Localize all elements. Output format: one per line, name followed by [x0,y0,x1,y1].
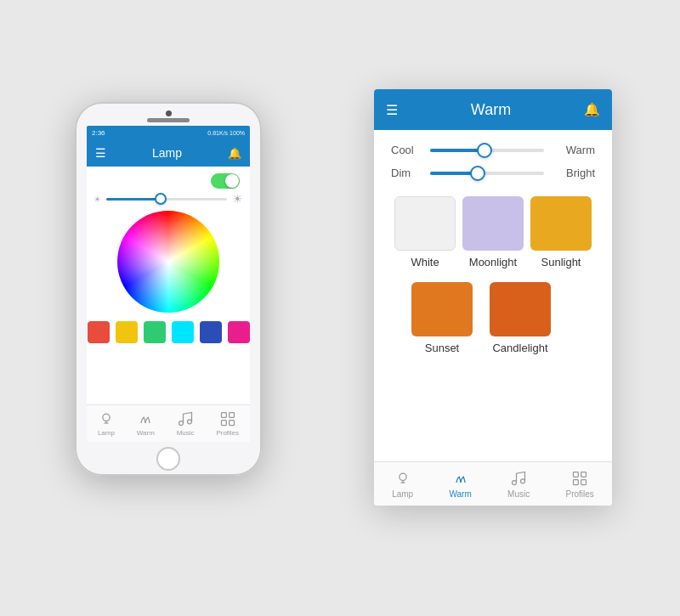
phone-menu-icon[interactable]: ☰ [95,146,106,160]
phone-nav-music-label: Music [177,429,195,437]
sunset-swatch [411,282,473,336]
cool-warm-slider-row: Cool Warm [391,144,595,156]
brightness-low-icon: ☀ [94,195,101,204]
cool-warm-knob[interactable] [477,143,492,158]
candlelight-label: Candlelight [492,342,547,354]
cool-warm-slider[interactable] [430,149,544,152]
cool-label: Cool [391,144,422,156]
status-time: 2:36 [92,129,105,137]
warm-header: ☰ Warm 🔔 [374,89,612,130]
phone-nav-lamp[interactable]: Lamp [98,410,115,437]
svg-point-13 [521,478,525,483]
power-toggle[interactable] [211,173,240,189]
warm-body: Cool Warm Dim Bright White [374,130,612,461]
brightness-knob[interactable] [155,193,167,205]
color-wheel[interactable] [117,211,219,313]
preset-sunlight[interactable]: Sunlight [530,196,592,268]
warm-nav-music-label: Music [507,489,530,499]
moonlight-label: Moonlight [469,256,517,268]
dim-bright-knob[interactable] [470,166,485,181]
svg-rect-5 [221,413,226,418]
brightness-slider[interactable] [106,198,228,201]
warm-nav-profiles[interactable]: Profiles [565,470,593,499]
svg-rect-16 [574,479,579,484]
warm-nav-warm[interactable]: Warm [449,470,471,499]
phone-bottom-nav: Lamp Warm Music Profiles [87,404,250,442]
svg-point-12 [513,480,517,484]
warm-nav-lamp[interactable]: Lamp [392,470,413,499]
warm-label: Warm [552,144,595,156]
svg-rect-6 [229,413,234,418]
phone-nav-profiles-label: Profiles [216,429,239,437]
status-icons: 0.81K/s 100% [207,130,245,136]
svg-point-9 [399,473,405,480]
phone-nav-warm[interactable]: Warm [137,410,155,437]
white-label: White [411,256,439,268]
svg-rect-15 [581,472,586,477]
warm-nav-music[interactable]: Music [507,470,530,499]
phone-speaker [147,118,190,122]
phone-device: 2:36 0.81K/s 100% ☰ Lamp 🔔 ☀ ☀ [75,102,262,476]
phone-notch [75,110,262,122]
moonlight-swatch [462,196,524,251]
swatch-red[interactable] [88,321,110,343]
phone-home-button[interactable] [156,447,180,471]
svg-point-4 [188,420,192,424]
brightness-fill [106,198,161,201]
swatch-magenta[interactable] [228,321,250,343]
phone-toggle-row [87,173,250,189]
color-swatches [88,321,250,343]
brightness-row: ☀ ☀ [94,192,244,206]
svg-point-0 [103,414,110,421]
dim-bright-slider-row: Dim Bright [391,167,595,179]
sunset-label: Sunset [425,342,459,354]
warm-bottom-nav: Lamp Warm Music Profiles [374,461,612,506]
status-signal: 0.81K/s [207,130,228,136]
phone-status-bar: 2:36 0.81K/s 100% [87,126,250,139]
phone-nav-profiles[interactable]: Profiles [216,410,239,437]
warm-panel: ☰ Warm 🔔 Cool Warm Dim Bright [374,89,612,506]
warm-menu-icon[interactable]: ☰ [386,102,398,118]
phone-screen: ☀ ☀ [87,167,250,404]
phone-camera [166,110,172,116]
sunlight-label: Sunlight [541,256,581,268]
preset-sunset[interactable]: Sunset [411,282,473,354]
preset-white[interactable]: White [394,196,456,268]
swatch-blue[interactable] [200,321,222,343]
svg-rect-14 [574,472,579,477]
toggle-knob [225,174,239,188]
warm-presets: White Moonlight Sunlight Sunset [391,196,595,448]
swatch-cyan[interactable] [172,321,194,343]
dim-bright-slider[interactable] [430,172,544,175]
dim-label: Dim [391,167,422,179]
preset-row-2: Sunset Candlelight [391,282,595,354]
phone-header: ☰ Lamp 🔔 [87,139,250,167]
warm-nav-profiles-label: Profiles [565,489,593,499]
phone-nav-lamp-label: Lamp [98,429,115,437]
svg-rect-17 [581,479,586,484]
preset-moonlight[interactable]: Moonlight [462,196,524,268]
white-swatch [394,196,456,251]
preset-row-1: White Moonlight Sunlight [391,196,595,268]
phone-nav-music[interactable]: Music [177,410,195,437]
svg-rect-8 [229,421,234,426]
sunlight-swatch [530,196,592,251]
status-battery: 100% [230,130,245,136]
candlelight-swatch [490,282,551,336]
swatch-yellow[interactable] [116,321,138,343]
svg-point-3 [179,421,184,426]
preset-candlelight[interactable]: Candlelight [490,282,551,354]
phone-nav-warm-label: Warm [137,429,155,437]
swatch-green[interactable] [144,321,166,343]
warm-bell-icon[interactable]: 🔔 [584,102,600,117]
phone-bell-icon[interactable]: 🔔 [228,147,241,160]
warm-nav-warm-label: Warm [449,489,471,499]
warm-title: Warm [398,101,584,119]
phone-title: Lamp [152,146,182,160]
bright-label: Bright [552,167,595,179]
brightness-high-icon: ☀ [232,192,243,206]
svg-rect-7 [221,421,226,426]
warm-nav-lamp-label: Lamp [392,489,413,499]
